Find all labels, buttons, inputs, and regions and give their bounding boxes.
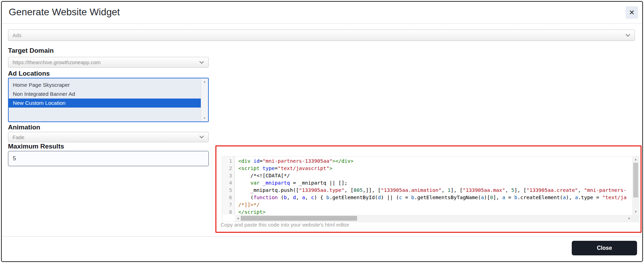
line-number: 5 bbox=[222, 187, 234, 194]
line-number: 7 bbox=[222, 201, 234, 209]
maximum-results-input[interactable] bbox=[8, 151, 209, 166]
close-icon[interactable]: ✕ bbox=[626, 6, 638, 19]
code-vertical-scrollbar[interactable]: ▲ ▼ bbox=[632, 156, 639, 215]
animation-label: Animation bbox=[8, 124, 40, 131]
page-title: Generate Website Widget bbox=[9, 7, 120, 18]
target-domain-value: https://thearchive.growthzoneapp.com bbox=[13, 59, 100, 65]
target-domain-label: Target Domain bbox=[8, 47, 54, 54]
animation-value: Fade bbox=[13, 134, 24, 140]
code-line: <script type="text/javascript"> bbox=[238, 165, 632, 172]
ad-locations-listbox[interactable]: Home Page SkyscraperNon Integrated Banne… bbox=[8, 78, 209, 122]
line-number: 3 bbox=[222, 172, 234, 179]
ad-location-option[interactable]: Home Page Skyscraper bbox=[9, 80, 201, 90]
widget-type-value: Ads bbox=[13, 32, 22, 38]
scroll-up-icon[interactable]: ▲ bbox=[632, 158, 639, 161]
widget-type-select[interactable]: Ads bbox=[8, 29, 635, 41]
code-line: /*<![CDATA[*/ bbox=[238, 172, 632, 179]
line-number: 2 bbox=[222, 165, 234, 172]
chevron-down-icon bbox=[199, 134, 204, 138]
line-number: 8 bbox=[222, 209, 234, 216]
scroll-down-icon[interactable]: ▼ bbox=[201, 117, 208, 120]
scroll-down-icon[interactable]: ▼ bbox=[632, 210, 639, 213]
generate-widget-dialog: Generate Website Widget ✕ Ads Target Dom… bbox=[1, 1, 643, 262]
chevron-down-icon bbox=[199, 59, 204, 64]
line-number-gutter: 12345678 bbox=[222, 156, 235, 215]
ad-location-option[interactable]: New Custom Location bbox=[9, 99, 201, 108]
scroll-left-icon[interactable]: ◄ bbox=[237, 215, 239, 222]
ad-location-option[interactable]: Non Integrated Banner Ad bbox=[9, 90, 201, 99]
code-line: <div id="mni-partners-133905aa"></div> bbox=[238, 158, 632, 165]
horizontal-scroll-thumb[interactable] bbox=[241, 216, 357, 221]
code-highlight-annotation: 12345678 <div id="mni-partners-133905aa"… bbox=[215, 145, 642, 233]
code-editor[interactable]: 12345678 <div id="mni-partners-133905aa"… bbox=[222, 156, 639, 222]
animation-select[interactable]: Fade bbox=[8, 132, 209, 142]
ad-locations-options: Home Page SkyscraperNon Integrated Banne… bbox=[9, 78, 208, 108]
code-caption: Copy and paste this code into your websi… bbox=[221, 222, 349, 228]
close-button[interactable]: Close bbox=[572, 241, 637, 255]
footer-divider bbox=[2, 236, 642, 237]
code-line: </script> bbox=[238, 209, 632, 215]
code-horizontal-scrollbar[interactable]: ◄ ► bbox=[235, 215, 632, 222]
line-number: 4 bbox=[222, 179, 234, 187]
header-divider bbox=[2, 23, 642, 24]
code-line: (function (b, d, a, c) { b.getElementByI… bbox=[238, 194, 632, 201]
scroll-up-icon[interactable]: ▲ bbox=[201, 80, 208, 83]
code-line: _mnipartq.push(["133905aa.type", [805,]]… bbox=[238, 187, 632, 194]
line-number: 6 bbox=[222, 194, 234, 201]
vertical-scroll-thumb[interactable] bbox=[633, 163, 638, 197]
scrollbar-corner bbox=[632, 215, 639, 222]
ad-locations-label: Ad Locations bbox=[8, 70, 50, 77]
line-number: 1 bbox=[222, 158, 234, 165]
code-content[interactable]: <div id="mni-partners-133905aa"></div><s… bbox=[235, 156, 632, 215]
chevron-down-icon bbox=[626, 32, 630, 37]
target-domain-select[interactable]: https://thearchive.growthzoneapp.com bbox=[8, 57, 209, 68]
code-line: /*]]>*/ bbox=[238, 201, 632, 209]
scroll-right-icon[interactable]: ► bbox=[628, 215, 631, 222]
maximum-results-label: Maximum Results bbox=[8, 143, 64, 150]
listbox-scrollbar[interactable]: ▲ ▼ bbox=[201, 78, 208, 121]
code-line: var _mnipartq = _mnipartq || []; bbox=[238, 179, 632, 187]
